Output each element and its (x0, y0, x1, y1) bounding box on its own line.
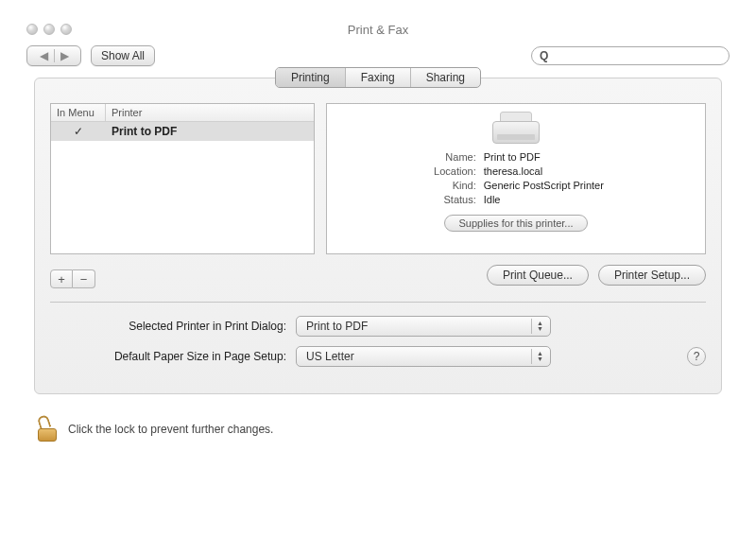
help-button[interactable]: ? (687, 347, 706, 366)
value-location: theresa.local (484, 165, 694, 177)
printer-icon (492, 112, 540, 144)
paper-size-value: US Letter (306, 350, 354, 363)
close-window-button[interactable] (26, 24, 38, 35)
lock-icon[interactable] (38, 417, 59, 442)
tab-bar: Printing Faxing Sharing (50, 67, 706, 88)
printer-row[interactable]: ✓ Print to PDF (51, 122, 314, 141)
zoom-window-button[interactable] (60, 24, 72, 35)
lock-text: Click the lock to prevent further change… (68, 423, 273, 436)
value-status: Idle (484, 194, 694, 205)
supplies-button[interactable]: Supplies for this printer... (444, 215, 587, 232)
tab-printing[interactable]: Printing (276, 68, 346, 87)
selected-printer-label: Selected Printer in Print Dialog: (50, 320, 296, 333)
add-printer-button[interactable]: + (50, 269, 73, 288)
chevron-up-down-icon: ▲▼ (531, 319, 548, 334)
value-kind: Generic PostScript Printer (484, 180, 694, 191)
paper-size-label: Default Paper Size in Page Setup: (50, 350, 296, 363)
printer-list-header: In Menu Printer (51, 104, 314, 122)
separator (50, 302, 706, 303)
print-queue-button[interactable]: Print Queue... (487, 265, 589, 286)
label-kind: Kind: (344, 180, 476, 191)
remove-printer-button[interactable]: − (73, 269, 95, 288)
in-menu-checkmark[interactable]: ✓ (51, 122, 106, 141)
search-field[interactable]: Q (531, 46, 730, 65)
paper-size-dropdown[interactable]: US Letter ▲▼ (296, 346, 551, 367)
printer-list[interactable]: In Menu Printer ✓ Print to PDF (50, 103, 315, 254)
search-icon: Q (540, 49, 548, 62)
printer-detail-panel: Name: Print to PDF Location: theresa.loc… (326, 103, 706, 254)
column-printer[interactable]: Printer (106, 104, 314, 121)
tab-sharing[interactable]: Sharing (411, 68, 480, 87)
search-input[interactable] (553, 48, 721, 63)
label-name: Name: (344, 151, 476, 163)
label-location: Location: (344, 165, 476, 177)
selected-printer-dropdown[interactable]: Print to PDF ▲▼ (296, 316, 551, 337)
add-remove-group: + − (50, 269, 95, 288)
nav-back-forward[interactable]: ◀ ▶ (26, 45, 81, 66)
chevron-up-down-icon: ▲▼ (531, 349, 548, 364)
back-icon: ◀ (40, 49, 48, 62)
forward-icon: ▶ (60, 49, 69, 62)
titlebar: Print & Fax (19, 19, 737, 40)
printer-setup-button[interactable]: Printer Setup... (598, 265, 706, 286)
nav-divider (54, 49, 55, 62)
preferences-window: Print & Fax ◀ ▶ Show All Q Printing Faxi… (19, 19, 737, 447)
value-name: Print to PDF (484, 151, 694, 163)
column-in-menu[interactable]: In Menu (51, 104, 106, 121)
minimize-window-button[interactable] (43, 24, 55, 35)
lock-row: Click the lock to prevent further change… (19, 408, 737, 447)
window-controls (26, 24, 72, 35)
show-all-button[interactable]: Show All (91, 45, 155, 66)
selected-printer-value: Print to PDF (306, 320, 368, 333)
label-status: Status: (344, 194, 476, 205)
printer-name-cell: Print to PDF (106, 122, 314, 141)
main-panel: Printing Faxing Sharing In Menu Printer … (34, 78, 722, 394)
tab-faxing[interactable]: Faxing (346, 68, 411, 87)
window-title: Print & Fax (19, 23, 737, 37)
